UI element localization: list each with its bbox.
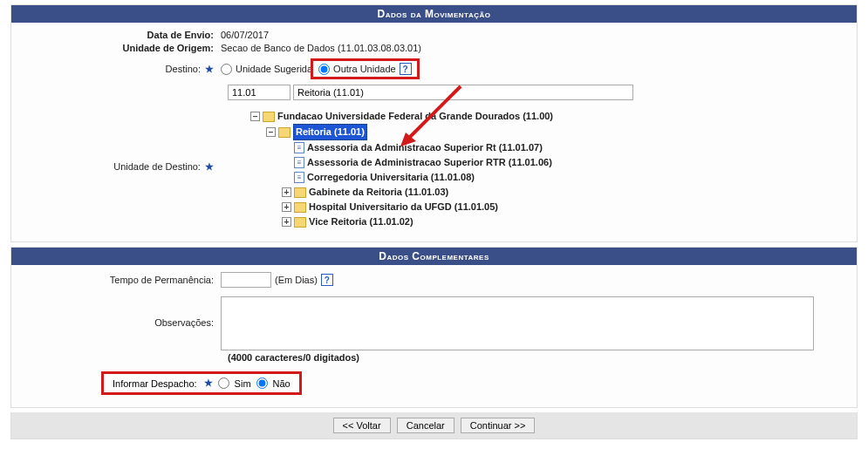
label-tempo-permanencia: Tempo de Permanência: [24, 275, 221, 285]
label-radio-outra-unidade: Outra Unidade [333, 64, 396, 74]
folder-closed-icon [294, 217, 306, 228]
tree-expand-icon[interactable]: + [282, 217, 291, 227]
document-icon: ≡ [294, 172, 304, 183]
tree-label-reitoria-selected: Reitoria (11.01) [293, 124, 367, 140]
input-unit-code[interactable] [228, 85, 290, 100]
cancelar-button[interactable]: Cancelar [397, 418, 455, 433]
help-icon[interactable]: ? [321, 274, 333, 286]
tree-collapse-icon[interactable]: – [266, 127, 276, 137]
section-dados-complementares: Dados Complementares Tempo de Permanênci… [10, 247, 858, 408]
annotation-arrow-icon [395, 82, 474, 152]
tree-label: Corregedoria Universitaria (11.01.08) [307, 170, 475, 185]
label-informar-despacho: Informar Despacho: [113, 378, 197, 389]
section-header-movimentacao: Dados da Movimentação [11, 5, 857, 23]
button-bar: << Voltar Cancelar Continuar >> [10, 412, 858, 439]
svg-line-0 [406, 86, 461, 141]
tree-label: Vice Reitoria (11.01.02) [309, 214, 413, 229]
tree-expand-icon[interactable]: + [282, 202, 291, 212]
folder-open-icon [278, 127, 290, 138]
char-counter: (4000 caracteres/0 digitados) [228, 352, 844, 363]
tree-node-hospital[interactable]: + Hospital Universitario da UFGD (11.01.… [282, 200, 553, 214]
continuar-button[interactable]: Continuar >> [461, 418, 536, 433]
tree-label: Hospital Universitario da UFGD (11.01.05… [309, 200, 498, 214]
radio-outra-unidade[interactable] [318, 64, 330, 75]
tree-expand-icon[interactable]: + [282, 187, 291, 197]
label-unidade-origem: Unidade de Origem: [24, 43, 221, 53]
voltar-button[interactable]: << Voltar [333, 418, 391, 433]
tree-node-vice-reitoria[interactable]: + Vice Reitoria (11.01.02) [282, 214, 553, 229]
highlight-box-outra-unidade: Outra Unidade ? [311, 58, 420, 79]
help-icon[interactable]: ? [400, 63, 412, 75]
value-unidade-origem: Secao de Banco de Dados (11.01.03.08.03.… [221, 43, 421, 53]
suffix-em-dias: (Em Dias) [275, 275, 318, 285]
label-despacho-sim: Sim [235, 378, 251, 389]
tree-node-assessoria-rtr[interactable]: ≡ Assessoria de Administracao Superior R… [282, 155, 553, 170]
label-despacho-nao: Não [273, 378, 290, 389]
document-icon: ≡ [294, 157, 304, 168]
label-observacoes: Observações: [24, 296, 221, 328]
folder-closed-icon [294, 187, 306, 198]
highlight-box-despacho: Informar Despacho: ★ Sim Não [101, 371, 302, 395]
tree-node-gabinete[interactable]: + Gabinete da Reitoria (11.01.03) [282, 185, 553, 200]
input-tempo-permanencia[interactable] [221, 272, 271, 288]
value-data-envio: 06/07/2017 [221, 30, 269, 40]
textarea-observacoes[interactable] [221, 296, 814, 350]
document-icon: ≡ [294, 142, 304, 153]
tree-label: Gabinete da Reitoria (11.01.03) [309, 185, 448, 200]
required-star-icon: ★ [205, 161, 214, 172]
tree-collapse-icon[interactable]: – [250, 112, 260, 121]
radio-unidade-sugerida[interactable] [221, 64, 232, 75]
required-star-icon: ★ [204, 377, 213, 389]
label-destino: Destino: ★ [24, 64, 221, 75]
label-unidade-destino: Unidade de Destino: ★ [24, 105, 221, 173]
tree-label: Assessoria de Administracao Superior RTR… [307, 155, 552, 170]
radio-despacho-sim[interactable] [218, 377, 229, 389]
folder-closed-icon [294, 202, 306, 213]
label-data-envio: Data de Envio: [24, 30, 221, 40]
folder-open-icon [263, 112, 275, 122]
section-dados-movimentacao: Dados da Movimentação Data de Envio: 06/… [10, 4, 858, 242]
label-radio-unidade-sugerida: Unidade Sugerida [236, 64, 312, 74]
tree-node-corregedoria[interactable]: ≡ Corregedoria Universitaria (11.01.08) [282, 170, 553, 185]
radio-despacho-nao[interactable] [256, 377, 268, 389]
section-header-complementares: Dados Complementares [11, 248, 857, 265]
required-star-icon: ★ [205, 64, 214, 74]
